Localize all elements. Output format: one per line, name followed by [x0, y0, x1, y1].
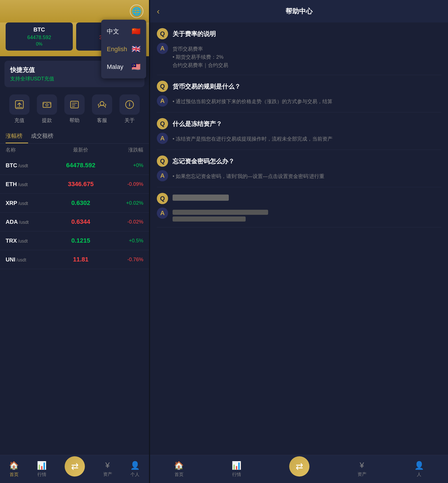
right-bottom-nav: 🏠 首页 📊 行情 ⇄ ¥ 资产 👤 人: [150, 455, 448, 483]
right-nav-profile[interactable]: 👤 人: [414, 461, 424, 478]
xrp-usdt: /usdt: [18, 201, 28, 206]
nav-profile[interactable]: 👤 个人: [130, 461, 140, 478]
q-badge-2: Q: [157, 81, 168, 92]
table-header: 名称 最新价 涨跌幅: [0, 146, 149, 156]
nav-assets[interactable]: ¥ 资产: [103, 461, 112, 477]
recharge-action[interactable]: 充值: [9, 94, 30, 124]
btc-price: 64478.592: [11, 35, 67, 40]
nav-home-label: 首页: [10, 472, 19, 478]
qa-item-1: Q 关于费率的说明 A 货币交易费率• 期货交易手续费：2%合约交易费率｜合约交…: [157, 22, 441, 75]
uni-row-change: -0.76%: [106, 257, 143, 263]
lang-english[interactable]: English 🇬🇧: [101, 40, 146, 58]
back-button[interactable]: ‹: [157, 6, 160, 16]
nav-home[interactable]: 🏠 首页: [9, 461, 19, 478]
recharge-title: 快捷充值: [10, 66, 54, 74]
right-nav-assets-label: 资产: [358, 471, 366, 477]
btc-row-price: 64478.592: [56, 162, 106, 169]
left-bottom-nav: 🏠 首页 📊 行情 ⇄ ¥ 资产 👤 个人: [0, 455, 149, 483]
qa-item-4: Q 忘记资金密码怎么办？ A • 如果您忘记资金密码，请到'我的—设置—点击设置…: [157, 150, 441, 187]
eth-row-change: -0.09%: [106, 181, 143, 187]
right-home-icon: 🏠: [174, 461, 184, 470]
ada-row-change: -0.02%: [106, 219, 143, 225]
trx-pair: TRX /usdt: [6, 238, 56, 244]
table-row[interactable]: UNI /usdt 11.81 -0.76%: [0, 250, 149, 269]
a-badge-5: A: [157, 207, 168, 219]
tab-gainers[interactable]: 涨幅榜: [6, 129, 28, 143]
a-text-4: • 如果您忘记资金密码，请到'我的—设置—点击设置资金密码'进行重: [173, 170, 324, 180]
lang-chinese[interactable]: 中文 🇨🇳: [101, 22, 146, 40]
about-label: 关于: [125, 117, 135, 124]
flag-chinese: 🇨🇳: [132, 27, 141, 36]
nav-market[interactable]: 📊 行情: [37, 461, 47, 478]
globe-icon[interactable]: 🌐: [130, 4, 143, 18]
assets-icon: ¥: [105, 461, 110, 470]
svg-point-3: [100, 101, 104, 105]
help-center-title: 帮助中心: [286, 7, 313, 16]
lang-chinese-label: 中文: [107, 27, 119, 36]
eth-sym: ETH: [6, 181, 17, 188]
market-list: BTC /usdt 64478.592 +0% ETH /usdt 3346.6…: [0, 156, 149, 483]
nav-assets-label: 资产: [103, 471, 112, 477]
nav-trade-center[interactable]: ⇄: [65, 456, 85, 477]
lang-english-label: English: [107, 46, 127, 53]
answer-5: A: [157, 207, 441, 222]
question-4: Q 忘记资金密码怎么办？: [157, 155, 441, 167]
right-nav-assets[interactable]: ¥ 资产: [358, 461, 366, 477]
a-badge-2: A: [157, 95, 168, 107]
trade-icon: ⇄: [71, 461, 79, 472]
ada-row-price: 0.6344: [56, 218, 106, 225]
table-row[interactable]: TRX /usdt 0.1215 +0.5%: [0, 231, 149, 250]
right-nav-market[interactable]: 📊 行情: [232, 461, 241, 478]
uni-sym: UNI: [6, 256, 15, 263]
question-5: Q: [157, 193, 441, 204]
btc-card[interactable]: BTC 64478.592 0%: [6, 22, 73, 51]
qa-item-3: Q 什么是冻结资产？ A • 冻结资产是指您在进行交易或提现操作时，流程未全部完…: [157, 112, 441, 150]
customer-icon: [92, 94, 112, 115]
withdraw-label: 提款: [42, 117, 52, 124]
ada-usdt: /usdt: [19, 220, 29, 225]
q-badge-4: Q: [157, 155, 168, 167]
right-profile-icon: 👤: [414, 461, 424, 470]
withdraw-action[interactable]: 提款: [37, 94, 57, 124]
svg-text:i: i: [129, 101, 130, 107]
left-panel: 🌐 中文 🇨🇳 English 🇬🇧 Malay 🇲🇾 BTC 64478.59…: [0, 0, 149, 483]
customer-label: 客服: [97, 117, 107, 124]
recharge-text: 快捷充值 支持全球USDT充值: [10, 66, 54, 82]
right-market-icon: 📊: [232, 461, 241, 470]
q-text-2: 货币交易的规则是什么？: [173, 81, 241, 91]
market-tabs: 涨幅榜 成交额榜: [0, 129, 149, 144]
xrp-row-change: +0.02%: [106, 200, 143, 206]
table-row[interactable]: XRP /usdt 0.6302 +0.02%: [0, 194, 149, 213]
about-icon: i: [119, 94, 140, 115]
qa-item-5: Q A: [157, 187, 441, 227]
right-header: ‹ 帮助中心: [150, 0, 448, 22]
eth-pair: ETH /usdt: [6, 181, 56, 188]
actions-row: 充值 提款 帮助: [0, 92, 149, 129]
right-nav-profile-label: 人: [417, 472, 421, 478]
a-badge-4: A: [157, 170, 168, 181]
a-text-2: • 通过预估当前交易对接下来的价格走势（涨跌）的方式参与交易，结算: [173, 95, 332, 106]
right-nav-home-label: 首页: [175, 472, 184, 478]
right-nav-trade-center[interactable]: ⇄: [289, 456, 309, 477]
answer-3: A • 冻结资产是指您在进行交易或提现操作时，流程未全部完成，当前资产: [157, 133, 441, 144]
lang-malay-label: Malay: [107, 63, 123, 71]
xrp-pair: XRP /usdt: [6, 200, 56, 206]
tab-volume[interactable]: 成交额榜: [31, 129, 59, 143]
table-row[interactable]: ETH /usdt 3346.675 -0.09%: [0, 175, 149, 194]
a-text-1: 货币交易费率• 期货交易手续费：2%合约交易费率｜合约交易: [173, 43, 228, 69]
q-text-1: 关于费率的说明: [173, 28, 216, 38]
table-row[interactable]: BTC /usdt 64478.592 +0%: [0, 156, 149, 175]
about-action[interactable]: i 关于: [119, 94, 140, 124]
answer-1: A 货币交易费率• 期货交易手续费：2%合约交易费率｜合约交易: [157, 43, 441, 69]
help-action[interactable]: 帮助: [64, 94, 85, 124]
ada-sym: ADA: [6, 219, 18, 225]
customer-action[interactable]: 客服: [92, 94, 112, 124]
right-nav-home[interactable]: 🏠 首页: [174, 461, 184, 478]
table-row[interactable]: ADA /usdt 0.6344 -0.02%: [0, 213, 149, 231]
help-label: 帮助: [69, 117, 80, 124]
flag-english: 🇬🇧: [132, 45, 141, 53]
lang-malay[interactable]: Malay 🇲🇾: [101, 58, 146, 76]
svg-point-1: [46, 104, 48, 106]
nav-market-label: 行情: [37, 472, 46, 478]
th-price: 最新价: [56, 146, 106, 153]
